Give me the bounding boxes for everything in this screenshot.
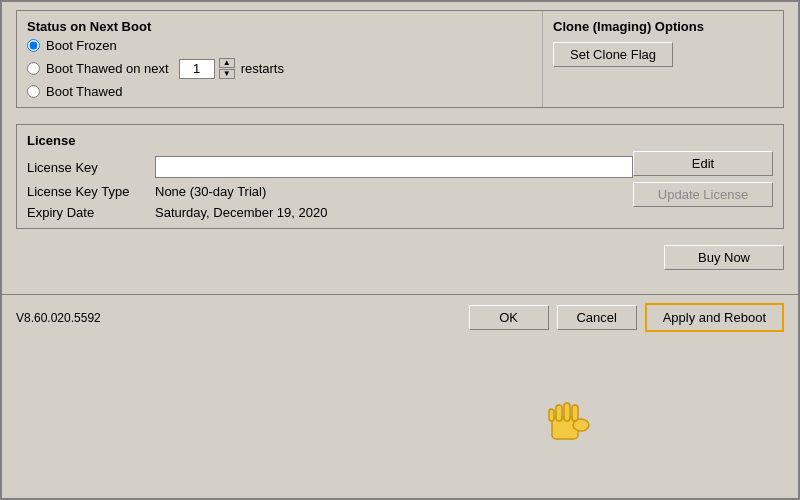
license-key-input[interactable] bbox=[155, 156, 633, 178]
boot-thawed-radio[interactable] bbox=[27, 85, 40, 98]
svg-point-1 bbox=[573, 419, 589, 431]
spinner-down-button[interactable]: ▼ bbox=[219, 69, 235, 79]
boot-thawed-label[interactable]: Boot Thawed bbox=[46, 84, 122, 99]
clone-title: Clone (Imaging) Options bbox=[553, 19, 704, 34]
boot-frozen-row: Boot Frozen bbox=[27, 38, 532, 53]
license-type-row: License Key Type None (30-day Trial) bbox=[27, 184, 633, 199]
license-section: License License Key License Key Type Non… bbox=[16, 124, 784, 229]
spinner-buttons: ▲ ▼ bbox=[219, 58, 235, 79]
svg-rect-2 bbox=[572, 405, 578, 421]
license-left: License License Key License Key Type Non… bbox=[27, 133, 633, 220]
restarts-label: restarts bbox=[241, 61, 284, 76]
boot-thawed-next-label[interactable]: Boot Thawed on next bbox=[46, 61, 169, 76]
boot-thawed-row: Boot Thawed bbox=[27, 84, 532, 99]
restarts-spinner: ▲ ▼ bbox=[179, 58, 235, 79]
boot-thawed-next-row: Boot Thawed on next ▲ ▼ restarts bbox=[27, 58, 532, 79]
top-row: Status on Next Boot Boot Frozen Boot Tha… bbox=[16, 10, 784, 108]
main-dialog: Status on Next Boot Boot Frozen Boot Tha… bbox=[0, 0, 800, 500]
cancel-button[interactable]: Cancel bbox=[557, 305, 637, 330]
boot-thawed-next-radio[interactable] bbox=[27, 62, 40, 75]
boot-frozen-radio[interactable] bbox=[27, 39, 40, 52]
version-text: V8.60.020.5592 bbox=[16, 311, 461, 325]
radio-group: Boot Frozen Boot Thawed on next ▲ ▼ bbox=[27, 38, 532, 99]
expiry-row: Expiry Date Saturday, December 19, 2020 bbox=[27, 205, 633, 220]
expiry-label: Expiry Date bbox=[27, 205, 147, 220]
license-type-value: None (30-day Trial) bbox=[155, 184, 266, 199]
svg-rect-3 bbox=[564, 403, 570, 421]
buy-now-button[interactable]: Buy Now bbox=[664, 245, 784, 270]
license-key-row: License Key bbox=[27, 156, 633, 178]
ok-button[interactable]: OK bbox=[469, 305, 549, 330]
bottom-bar: V8.60.020.5592 OK Cancel Apply and Reboo… bbox=[2, 294, 798, 340]
boot-frozen-label[interactable]: Boot Frozen bbox=[46, 38, 117, 53]
status-title: Status on Next Boot bbox=[27, 19, 532, 34]
apply-reboot-button[interactable]: Apply and Reboot bbox=[645, 303, 784, 332]
svg-rect-4 bbox=[556, 405, 562, 421]
buy-now-area: Buy Now bbox=[16, 245, 784, 270]
svg-rect-5 bbox=[549, 409, 554, 421]
restarts-input[interactable] bbox=[179, 59, 215, 79]
license-type-label: License Key Type bbox=[27, 184, 147, 199]
update-license-button[interactable]: Update License bbox=[633, 182, 773, 207]
spinner-up-button[interactable]: ▲ bbox=[219, 58, 235, 68]
expiry-value: Saturday, December 19, 2020 bbox=[155, 205, 327, 220]
hand-cursor-icon bbox=[538, 395, 598, 450]
clone-panel: Clone (Imaging) Options Set Clone Flag bbox=[543, 11, 783, 107]
status-panel: Status on Next Boot Boot Frozen Boot Tha… bbox=[17, 11, 543, 107]
edit-button[interactable]: Edit bbox=[633, 151, 773, 176]
license-title: License bbox=[27, 133, 633, 148]
dialog-content: Status on Next Boot Boot Frozen Boot Tha… bbox=[2, 2, 798, 294]
set-clone-flag-button[interactable]: Set Clone Flag bbox=[553, 42, 673, 67]
svg-rect-0 bbox=[552, 417, 578, 439]
license-right: Edit Update License bbox=[633, 133, 773, 220]
license-key-label: License Key bbox=[27, 160, 147, 175]
